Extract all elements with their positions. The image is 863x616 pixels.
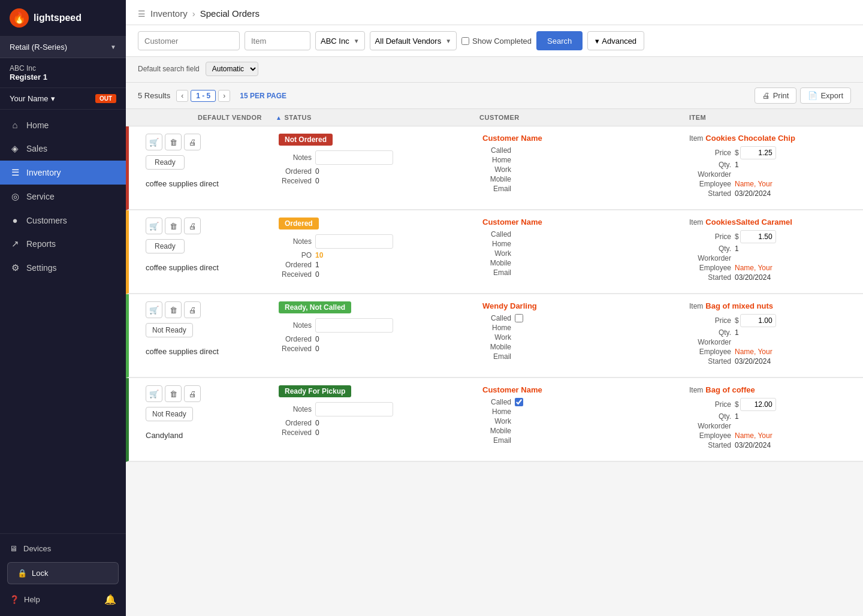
item-header-3: Item Bag of coffee — [689, 385, 845, 394]
chevron-down-icon: ▾ — [595, 37, 599, 46]
print-row-button-3[interactable]: 🖨 — [184, 385, 201, 402]
nav-item-sales[interactable]: ◈ Sales — [0, 137, 126, 161]
page-range[interactable]: 1 - 5 — [191, 90, 216, 102]
cart-button-0[interactable]: 🛒 — [146, 134, 162, 150]
lock-button[interactable]: 🔒 Lock — [7, 562, 119, 584]
customer-name-0[interactable]: Customer Name — [482, 134, 677, 143]
nav-label-settings: Settings — [26, 263, 57, 273]
nav-label-service: Service — [26, 192, 55, 201]
cart-button-1[interactable]: 🛒 — [146, 218, 162, 234]
cart-button-3[interactable]: 🛒 — [146, 385, 162, 402]
status-section-1: Ordered Notes PO10 Ordered 1 Received 0 — [273, 210, 476, 293]
price-input-0[interactable] — [740, 146, 776, 159]
employee-link-2[interactable]: Name, Your — [735, 348, 773, 356]
results-count: 5 Results — [138, 91, 170, 100]
employee-link-0[interactable]: Name, Your — [735, 180, 773, 188]
ready-button-1[interactable]: Ready — [146, 239, 185, 253]
price-input-2[interactable] — [740, 314, 776, 327]
ready-button-0[interactable]: Ready — [146, 155, 185, 170]
notes-input-3[interactable] — [315, 402, 393, 416]
print-row-button-1[interactable]: 🖨 — [184, 218, 201, 234]
price-field-1: Price $ — [689, 230, 845, 243]
advanced-button[interactable]: ▾ Advanced — [587, 31, 644, 50]
delete-button-3[interactable]: 🗑 — [165, 385, 182, 402]
home-icon: ⌂ — [10, 120, 20, 130]
cart-button-2[interactable]: 🛒 — [146, 301, 162, 318]
vendor-dropdown-icon: ▼ — [354, 38, 360, 44]
called-checkbox-3[interactable] — [515, 398, 523, 406]
item-name-3[interactable]: Bag of coffee — [705, 385, 755, 394]
icon-row-1: 🛒 🗑 🖨 — [146, 218, 201, 234]
notes-row-2: Notes — [279, 318, 470, 333]
notes-input-1[interactable] — [315, 234, 393, 249]
received-label-3: Received — [279, 428, 312, 437]
bell-icon[interactable]: 🔔 — [104, 594, 116, 605]
started-value-1: 03/20/2024 — [735, 273, 771, 282]
user-name[interactable]: Your Name ▾ — [10, 94, 55, 103]
col-status[interactable]: ▲ STATUS — [270, 109, 473, 126]
vendor-selector[interactable]: ABC Inc ▼ — [315, 31, 365, 50]
store-info: ABC Inc Register 1 — [0, 58, 126, 88]
price-input-3[interactable] — [740, 398, 776, 411]
search-button[interactable]: Search — [536, 31, 583, 50]
nav-label-reports: Reports — [26, 239, 56, 249]
nav-item-devices[interactable]: 🖥 Devices — [0, 539, 126, 558]
called-checkbox-2[interactable] — [515, 314, 523, 322]
nav-item-home[interactable]: ⌂ Home — [0, 113, 126, 137]
called-label-2: Called — [482, 314, 511, 322]
ordered-value-1: 1 — [315, 261, 319, 269]
export-button[interactable]: 📄 Export — [800, 87, 851, 104]
next-page-button[interactable]: › — [218, 90, 230, 102]
help-left[interactable]: ❓ Help — [10, 595, 40, 604]
retail-series-selector[interactable]: Retail (R-Series) ▼ — [0, 37, 126, 58]
breadcrumb-parent[interactable]: Inventory — [150, 8, 188, 19]
prev-page-button[interactable]: ‹ — [176, 90, 188, 102]
called-label-1: Called — [482, 230, 511, 238]
ready-button-2[interactable]: Not Ready — [146, 323, 193, 337]
item-name-0[interactable]: Cookies Chocolate Chip — [705, 134, 795, 143]
customer-name-2[interactable]: Wendy Darling — [482, 301, 677, 310]
nav-item-inventory[interactable]: ☰ Inventory — [0, 161, 126, 185]
all-vendors-selector[interactable]: All Default Vendors ▼ — [370, 31, 457, 50]
employee-link-3[interactable]: Name, Your — [735, 431, 773, 440]
work-field-0: Work — [482, 165, 677, 174]
delete-button-1[interactable]: 🗑 — [165, 218, 182, 234]
row-actions-3: 🛒 🗑 🖨 Not Ready Candyland — [141, 378, 273, 461]
notes-input-2[interactable] — [315, 318, 393, 333]
item-section-3: Item Bag of coffee Price $ Qty. 1 Workor… — [683, 378, 851, 461]
nav-item-settings[interactable]: ⚙ Settings — [0, 256, 126, 280]
print-row-button-0[interactable]: 🖨 — [184, 134, 201, 150]
ordered-value-2: 0 — [315, 335, 319, 343]
started-value-2: 03/20/2024 — [735, 357, 771, 366]
notes-row-1: Notes — [279, 234, 470, 249]
customer-name-3[interactable]: Customer Name — [482, 385, 677, 394]
default-search-select[interactable]: Automatic — [206, 62, 258, 76]
row-actions-1: 🛒 🗑 🖨 Ready coffee supplies direct — [141, 210, 273, 293]
delete-button-2[interactable]: 🗑 — [165, 301, 182, 318]
item-search-input[interactable] — [245, 31, 310, 50]
employee-link-1[interactable]: Name, Your — [735, 264, 773, 272]
nav-item-reports[interactable]: ↗ Reports — [0, 232, 126, 256]
vendor-name-1: coffee supplies direct — [146, 263, 219, 272]
customer-search-input[interactable] — [138, 31, 240, 50]
price-input-1[interactable] — [740, 230, 776, 243]
show-completed-checkbox[interactable] — [461, 37, 469, 45]
nav-item-customers[interactable]: ● Customers — [0, 209, 126, 232]
price-field-2: Price $ — [689, 314, 845, 327]
notes-input-0[interactable] — [315, 150, 393, 165]
help-row: ❓ Help 🔔 — [0, 588, 126, 611]
qty-value-1: 1 — [735, 244, 739, 253]
nav-item-service[interactable]: ◎ Service — [0, 185, 126, 209]
print-row-button-2[interactable]: 🖨 — [184, 301, 201, 318]
received-value-0: 0 — [315, 177, 319, 185]
notes-label-2: Notes — [279, 321, 312, 330]
delete-button-0[interactable]: 🗑 — [165, 134, 182, 150]
customer-name-1[interactable]: Customer Name — [482, 218, 677, 227]
print-button[interactable]: 🖨 Print — [755, 87, 797, 104]
item-name-1[interactable]: CookiesSalted Caramel — [705, 218, 792, 227]
per-page-selector[interactable]: 15 PER PAGE — [240, 92, 286, 100]
ready-button-3[interactable]: Not Ready — [146, 407, 193, 421]
item-name-2[interactable]: Bag of mixed nuts — [705, 301, 773, 310]
out-badge[interactable]: OUT — [95, 94, 116, 103]
called-field-1: Called — [482, 230, 677, 238]
